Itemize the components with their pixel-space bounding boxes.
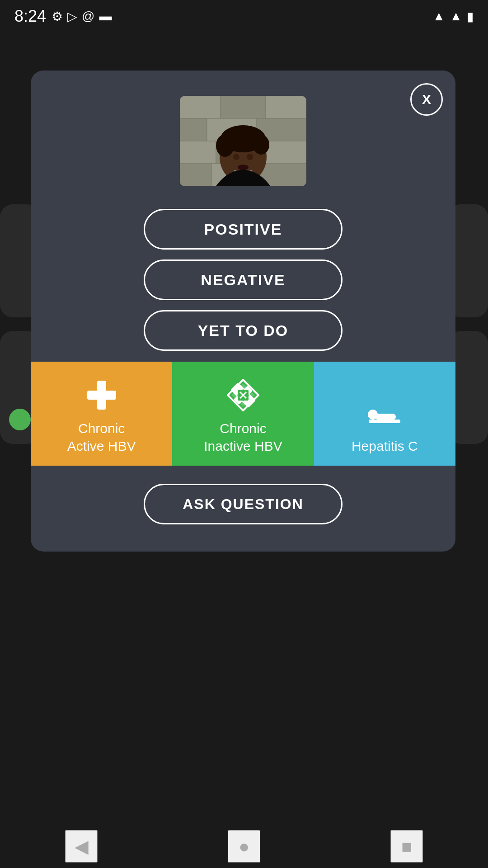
options-list: POSITIVE NEGATIVE YET TO DO [31,209,455,351]
category-tiles: ChronicActive HBV [31,362,455,466]
ask-question-button[interactable]: ASK QUESTION [144,484,343,524]
tile-chronic-inactive-hbv-label: ChronicInactive HBV [204,420,282,455]
battery-icon: ▮ [467,9,474,24]
svg-rect-4 [180,118,207,141]
svg-rect-10 [180,164,211,186]
tile-hepatitis-c[interactable]: Hepatitis C [314,362,455,466]
card-icon: ▬ [99,9,112,24]
at-icon: @ [82,9,94,24]
svg-point-20 [233,154,239,160]
svg-rect-2 [221,96,266,118]
svg-point-21 [247,154,253,160]
nav-back-button[interactable]: ◀ [65,830,98,863]
svg-rect-39 [375,414,396,420]
tile-chronic-active-hbv-label: ChronicActive HBV [67,420,136,455]
bg-circle [9,409,31,430]
svg-rect-3 [266,96,306,118]
recents-icon: ■ [401,836,412,857]
settings-icon: ⚙ [52,9,63,24]
close-button[interactable]: X [410,83,443,116]
profile-image [180,96,306,186]
person-lying-icon [366,395,403,431]
svg-point-22 [238,165,249,170]
status-bar: 8:24 ⚙ ▷ @ ▬ ▲ ▲ ▮ [0,0,488,33]
yet-to-do-button[interactable]: YET TO DO [144,310,343,351]
tile-hepatitis-c-label: Hepatitis C [352,437,418,455]
status-time: 8:24 [14,7,46,26]
cross-icon [84,377,120,413]
svg-rect-1 [180,96,221,118]
signal-icon: ▲ [450,9,462,24]
tile-chronic-active-hbv[interactable]: ChronicActive HBV [31,362,172,466]
wifi-icon: ▲ [433,9,446,24]
tile-chronic-inactive-hbv[interactable]: ChronicInactive HBV [172,362,314,466]
negative-button[interactable]: NEGATIVE [144,259,343,300]
svg-rect-7 [180,141,216,164]
home-icon: ● [239,836,249,857]
svg-rect-38 [369,420,400,423]
svg-rect-24 [87,391,116,400]
svg-rect-41 [369,411,377,417]
nav-recents-button[interactable]: ■ [390,830,423,863]
status-left: 8:24 ⚙ ▷ @ ▬ [14,7,112,26]
play-icon: ▷ [67,9,77,24]
back-icon: ◀ [75,836,89,857]
positive-button[interactable]: POSITIVE [144,209,343,250]
status-right: ▲ ▲ ▮ [433,9,474,24]
bandaid-icon [225,377,261,413]
nav-bar: ◀ ● ■ [0,825,488,868]
status-icons: ⚙ ▷ @ ▬ [52,9,112,24]
profile-photo [180,96,306,186]
main-dialog: X [31,71,455,552]
svg-point-19 [223,127,263,144]
nav-home-button[interactable]: ● [228,830,260,863]
